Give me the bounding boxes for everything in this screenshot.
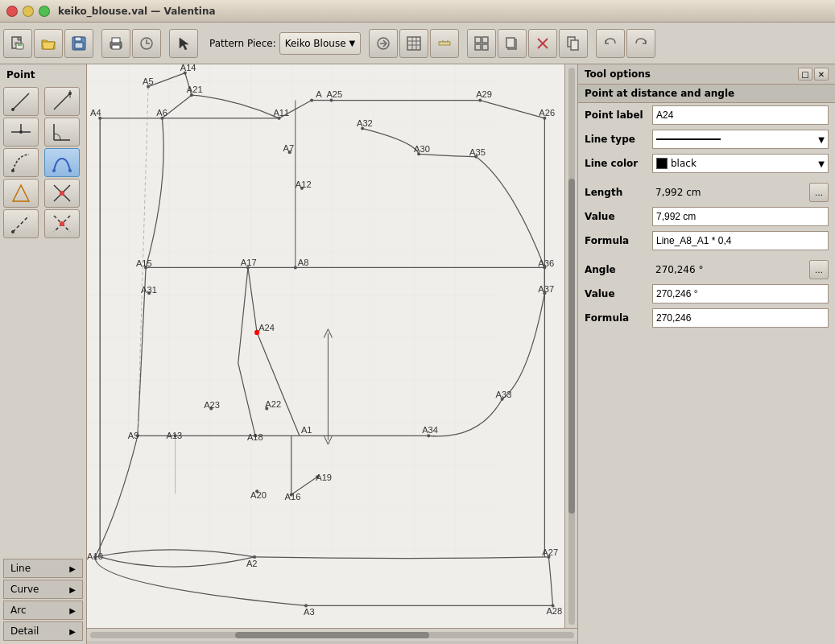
panel-controls: □ ✕ bbox=[798, 68, 829, 80]
dashed-line-tool[interactable] bbox=[3, 209, 39, 238]
spline-tool[interactable] bbox=[44, 148, 80, 177]
svg-text:A11: A11 bbox=[273, 107, 289, 117]
svg-text:A20: A20 bbox=[250, 490, 267, 500]
length-value-input[interactable] bbox=[652, 207, 829, 226]
layout-button[interactable] bbox=[467, 29, 496, 58]
detail-tab[interactable]: Detail ▶ bbox=[3, 621, 83, 641]
canvas-area[interactable]: A A1 A2 A3 A4 A5 A6 A7 A8 A9 A10 A11 A12… bbox=[87, 64, 577, 644]
color-name: black bbox=[671, 158, 697, 169]
open-button[interactable] bbox=[34, 29, 63, 58]
pattern-dropdown[interactable]: Keiko Blouse ▼ bbox=[279, 32, 362, 55]
import-button[interactable] bbox=[369, 29, 398, 58]
detail-tab-arrow: ▶ bbox=[69, 627, 76, 636]
svg-rect-4 bbox=[16, 43, 23, 49]
svg-point-58 bbox=[60, 221, 64, 226]
maximize-button[interactable] bbox=[39, 6, 50, 17]
svg-point-12 bbox=[118, 43, 120, 45]
vertical-scrollbar-track[interactable] bbox=[568, 68, 575, 625]
svg-text:A10: A10 bbox=[87, 551, 103, 561]
svg-text:A6: A6 bbox=[156, 107, 167, 117]
print-button[interactable] bbox=[101, 29, 130, 58]
svg-text:A25: A25 bbox=[326, 89, 342, 99]
vertical-scrollbar-thumb[interactable] bbox=[568, 179, 575, 513]
line-tab-arrow: ▶ bbox=[69, 564, 76, 573]
history-button[interactable] bbox=[132, 29, 161, 58]
angle-ellipsis-button[interactable]: … bbox=[809, 260, 829, 279]
svg-text:A7: A7 bbox=[283, 143, 295, 153]
line-color-label: Line color bbox=[585, 158, 649, 169]
svg-text:A3: A3 bbox=[304, 607, 315, 617]
color-swatch bbox=[656, 158, 668, 169]
horizontal-scrollbar-track[interactable] bbox=[90, 632, 574, 638]
right-panel: Tool options □ ✕ Point at distance and a… bbox=[577, 64, 835, 644]
cross-point-tool[interactable] bbox=[44, 209, 80, 238]
minimize-button[interactable] bbox=[23, 6, 34, 17]
curve-tab[interactable]: Curve ▶ bbox=[3, 580, 83, 599]
svg-text:A18: A18 bbox=[247, 431, 263, 441]
svg-text:A8: A8 bbox=[298, 258, 309, 267]
angle-label: Angle bbox=[585, 264, 649, 275]
measurement-button[interactable] bbox=[430, 29, 459, 58]
svg-text:A30: A30 bbox=[414, 144, 430, 154]
close-button[interactable] bbox=[6, 6, 18, 17]
svg-text:A24: A24 bbox=[258, 323, 275, 332]
svg-point-44 bbox=[19, 130, 23, 134]
curve-along-line-tool[interactable] bbox=[3, 148, 39, 177]
svg-rect-7 bbox=[75, 37, 81, 41]
angle-row: Angle 270,246 ° … bbox=[578, 258, 835, 282]
delete-button[interactable] bbox=[528, 29, 557, 58]
horizontal-scrollbar-thumb[interactable] bbox=[235, 632, 428, 638]
length-formula-input[interactable] bbox=[652, 231, 829, 250]
angle-value-input[interactable] bbox=[652, 284, 829, 303]
table-button[interactable] bbox=[399, 29, 428, 58]
svg-text:A14: A14 bbox=[180, 64, 196, 73]
new-button[interactable] bbox=[3, 29, 32, 58]
end-line-point-tool[interactable] bbox=[44, 87, 80, 116]
panel-restore-button[interactable]: □ bbox=[798, 68, 812, 80]
svg-rect-17 bbox=[407, 37, 420, 50]
triangle-tool[interactable] bbox=[3, 179, 39, 208]
horizontal-scrollbar[interactable] bbox=[87, 628, 577, 641]
undo-button[interactable] bbox=[596, 29, 625, 58]
svg-text:A16: A16 bbox=[285, 492, 301, 502]
svg-point-53 bbox=[60, 191, 64, 196]
duplicate-button[interactable] bbox=[498, 29, 527, 58]
arc-tab[interactable]: Arc ▶ bbox=[3, 601, 83, 620]
svg-rect-29 bbox=[475, 44, 481, 50]
length-field: 7,992 cm … bbox=[652, 183, 829, 202]
angle-point-tool[interactable] bbox=[44, 118, 80, 147]
left-toolbar: Point bbox=[0, 64, 87, 644]
svg-rect-30 bbox=[482, 44, 488, 50]
canvas-inner[interactable]: A A1 A2 A3 A4 A5 A6 A7 A8 A9 A10 A11 A12… bbox=[87, 64, 577, 628]
point-label-input[interactable] bbox=[652, 105, 829, 125]
pattern-label: Pattern Piece: bbox=[209, 38, 276, 49]
pattern-canvas: A A1 A2 A3 A4 A5 A6 A7 A8 A9 A10 A11 A12… bbox=[87, 64, 577, 628]
vertical-scrollbar[interactable] bbox=[564, 64, 577, 628]
titlebar: keiko_blouse.val — Valentina bbox=[0, 0, 835, 23]
angle-formula-label: Formula bbox=[585, 312, 649, 324]
svg-text:A29: A29 bbox=[476, 89, 492, 99]
pages-button[interactable] bbox=[559, 29, 588, 58]
line-type-select[interactable]: ▼ bbox=[652, 130, 829, 149]
intersection-tool[interactable] bbox=[44, 179, 80, 208]
line-tab[interactable]: Line ▶ bbox=[3, 559, 83, 578]
redo-button[interactable] bbox=[626, 29, 655, 58]
tool-grid bbox=[3, 87, 83, 238]
length-value-display: 7,992 cm bbox=[652, 183, 808, 202]
midpoint-tool[interactable] bbox=[3, 118, 39, 147]
length-ellipsis-button[interactable]: … bbox=[809, 183, 829, 202]
panel-title: Tool options bbox=[585, 68, 651, 80]
panel-close-button[interactable]: ✕ bbox=[814, 68, 829, 80]
svg-text:A36: A36 bbox=[538, 258, 554, 268]
svg-text:A15: A15 bbox=[136, 258, 152, 268]
angle-formula-input[interactable] bbox=[652, 308, 829, 328]
window-controls[interactable] bbox=[6, 6, 50, 17]
section-title: Point at distance and angle bbox=[578, 85, 835, 103]
line-color-select[interactable]: black ▼ bbox=[652, 154, 829, 173]
line-point-tool[interactable] bbox=[3, 87, 39, 116]
svg-rect-28 bbox=[482, 37, 488, 43]
svg-point-38 bbox=[11, 108, 14, 111]
cursor-button[interactable] bbox=[169, 29, 198, 58]
save-button[interactable] bbox=[64, 29, 93, 58]
length-value-label: Value bbox=[585, 211, 649, 222]
